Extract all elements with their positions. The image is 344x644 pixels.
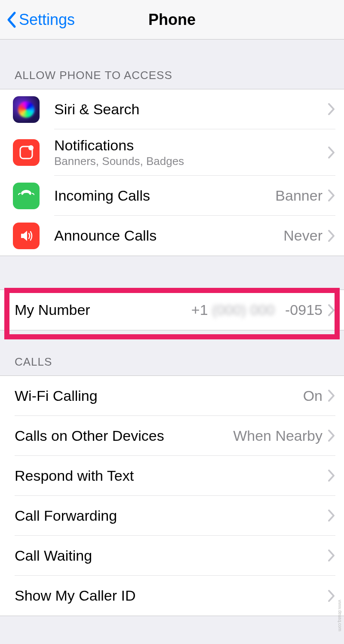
- chevron-right-icon: [328, 469, 335, 482]
- phone-icon: [13, 183, 40, 209]
- row-subtitle: Banners, Sounds, Badges: [54, 155, 328, 168]
- row-my-number[interactable]: My Number +1 (000) 000-0915: [0, 290, 344, 330]
- row-value: Never: [283, 227, 322, 244]
- row-title: Notifications: [54, 137, 328, 154]
- row-call-waiting[interactable]: Call Waiting: [0, 536, 344, 576]
- chevron-right-icon: [328, 146, 335, 159]
- chevron-right-icon: [328, 549, 335, 562]
- chevron-right-icon: [328, 429, 335, 442]
- chevron-right-icon: [328, 229, 335, 242]
- nav-bar: Settings Phone: [0, 0, 344, 40]
- row-wifi-calling[interactable]: Wi-Fi Calling On: [0, 376, 344, 416]
- list-my-number: My Number +1 (000) 000-0915: [0, 290, 344, 330]
- siri-icon: [13, 96, 40, 123]
- svg-point-1: [28, 145, 34, 150]
- number-prefix: +1: [191, 302, 208, 318]
- back-button[interactable]: Settings: [0, 11, 75, 29]
- watermark: www.deuaq.com: [338, 600, 342, 631]
- row-show-caller-id[interactable]: Show My Caller ID: [0, 576, 344, 616]
- row-respond-with-text[interactable]: Respond with Text: [0, 456, 344, 496]
- row-incoming-calls[interactable]: Incoming Calls Banner: [0, 176, 344, 216]
- row-call-forwarding[interactable]: Call Forwarding: [0, 496, 344, 536]
- row-siri-search[interactable]: Siri & Search: [0, 89, 344, 129]
- row-value: On: [303, 388, 322, 404]
- row-title: Siri & Search: [54, 101, 328, 118]
- row-title: My Number: [15, 302, 191, 318]
- row-value: +1 (000) 000-0915: [191, 302, 322, 318]
- section-header-calls: CALLS: [0, 355, 344, 369]
- chevron-right-icon: [328, 103, 335, 116]
- list-access: Siri & Search Notifications Banners, Sou…: [0, 89, 344, 256]
- row-announce-calls[interactable]: Announce Calls Never: [0, 216, 344, 256]
- row-value: When Nearby: [233, 427, 322, 444]
- row-title: Incoming Calls: [54, 187, 275, 204]
- row-title: Respond with Text: [15, 467, 328, 484]
- chevron-right-icon: [328, 304, 335, 317]
- chevron-right-icon: [328, 589, 335, 602]
- notifications-icon: [13, 139, 40, 166]
- row-title: Calls on Other Devices: [15, 427, 233, 444]
- list-calls: Wi-Fi Calling On Calls on Other Devices …: [0, 375, 344, 616]
- row-title: Call Waiting: [15, 547, 328, 564]
- row-value: Banner: [275, 187, 322, 204]
- number-redacted: (000) 000: [212, 302, 285, 318]
- row-calls-other-devices[interactable]: Calls on Other Devices When Nearby: [0, 416, 344, 456]
- row-notifications[interactable]: Notifications Banners, Sounds, Badges: [0, 129, 344, 176]
- section-header-access: ALLOW PHONE TO ACCESS: [0, 69, 344, 82]
- back-label: Settings: [19, 11, 75, 29]
- row-title: Wi-Fi Calling: [15, 388, 303, 404]
- chevron-right-icon: [328, 509, 335, 522]
- chevron-right-icon: [328, 189, 335, 202]
- row-title: Announce Calls: [54, 227, 283, 244]
- chevron-right-icon: [328, 389, 335, 402]
- row-title: Show My Caller ID: [15, 587, 328, 604]
- chevron-left-icon: [6, 11, 16, 28]
- row-title: Call Forwarding: [15, 507, 328, 524]
- number-suffix: -0915: [285, 302, 322, 318]
- speaker-icon: [13, 223, 40, 249]
